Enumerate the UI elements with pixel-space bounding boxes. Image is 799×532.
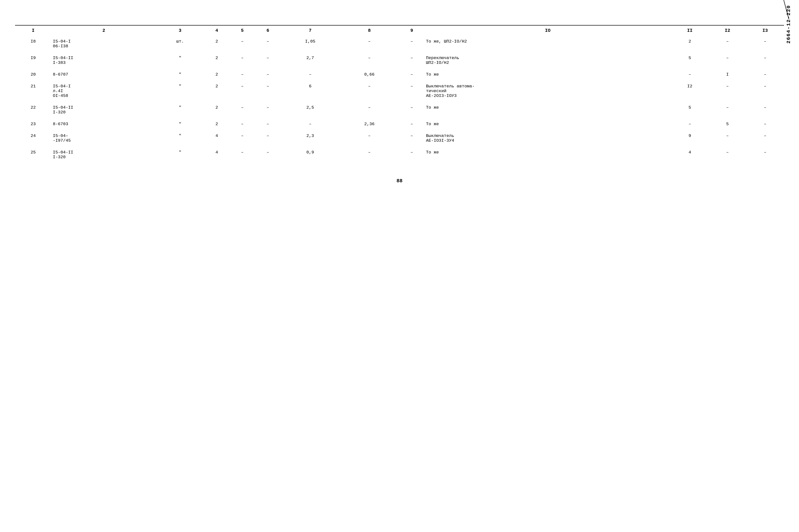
- table-header-row: I 2 3 4 5 6 7 8 9 IO II I2 I3: [15, 25, 784, 36]
- cell-2-7: 2,7: [280, 52, 340, 69]
- cell-7-7: 2,3: [280, 130, 340, 147]
- cell-1-11: 2: [671, 36, 709, 52]
- col-header-1: I: [15, 25, 51, 36]
- cell-1-3: шт.: [156, 36, 204, 52]
- cell-2-9: –: [399, 52, 425, 69]
- cell-3-9: –: [399, 69, 425, 80]
- cell-3-3: ": [156, 69, 204, 80]
- cell-8-3: ": [156, 147, 204, 163]
- cell-7-4: 4: [204, 130, 229, 147]
- cell-5-8: –: [340, 102, 399, 118]
- cell-8-6: –: [255, 147, 280, 163]
- cell-2-6: –: [255, 52, 280, 69]
- col-header-10: IO: [425, 25, 671, 36]
- col-header-11: II: [671, 25, 709, 36]
- cell-5-1: 22: [15, 102, 51, 118]
- cell-1-5: –: [229, 36, 255, 52]
- cell-6-10: То же: [425, 118, 671, 130]
- cell-7-8: –: [340, 130, 399, 147]
- col-header-4: 4: [204, 25, 229, 36]
- cell-6-2: 8-6703: [51, 118, 156, 130]
- cell-3-7: –: [280, 69, 340, 80]
- cell-4-5: –: [229, 80, 255, 102]
- cell-4-11: I2: [671, 80, 709, 102]
- cell-5-9: –: [399, 102, 425, 118]
- cell-1-4: 2: [204, 36, 229, 52]
- cell-2-11: 5: [671, 52, 709, 69]
- cell-7-1: 24: [15, 130, 51, 147]
- cell-5-2: I5-04-II I-320: [51, 102, 156, 118]
- cell-7-2: I5-04– -I97/45: [51, 130, 156, 147]
- col-header-5: 5: [229, 25, 255, 36]
- cell-6-8: 2,36: [340, 118, 399, 130]
- cell-6-6: –: [255, 118, 280, 130]
- cell-3-5: –: [229, 69, 255, 80]
- cell-7-13: –: [746, 130, 784, 147]
- cell-6-4: 2: [204, 118, 229, 130]
- cell-2-12: –: [709, 52, 746, 69]
- table-body: I8I5-04-I 06-I38шт.2––I,05––То же, ШП2-I…: [15, 36, 784, 163]
- table-row: I9I5-04-II I-383"2––2,7––Переключатель Ш…: [15, 52, 784, 69]
- col-header-2: 2: [51, 25, 156, 36]
- cell-6-1: 23: [15, 118, 51, 130]
- cell-5-12: –: [709, 102, 746, 118]
- cell-4-4: 2: [204, 80, 229, 102]
- cell-2-3: ": [156, 52, 204, 69]
- cell-7-6: –: [255, 130, 280, 147]
- cell-3-4: 2: [204, 69, 229, 80]
- cell-3-6: –: [255, 69, 280, 80]
- cell-1-12: –: [709, 36, 746, 52]
- cell-3-2: 8-6707: [51, 69, 156, 80]
- cell-4-2: I5-04-I л.4I OI-458: [51, 80, 156, 102]
- cell-1-8: –: [340, 36, 399, 52]
- cell-3-13: –: [746, 69, 784, 80]
- cell-2-8: –: [340, 52, 399, 69]
- cell-7-11: 9: [671, 130, 709, 147]
- cell-6-5: –: [229, 118, 255, 130]
- cell-2-5: –: [229, 52, 255, 69]
- cell-8-9: –: [399, 147, 425, 163]
- cell-8-13: –: [746, 147, 784, 163]
- cell-1-7: I,05: [280, 36, 340, 52]
- cell-2-2: I5-04-II I-383: [51, 52, 156, 69]
- cell-4-10: Выключатель автома- тический АЕ-2OI3-IOУ…: [425, 80, 671, 102]
- cell-4-8: –: [340, 80, 399, 102]
- table-row: 208-6707"2–––0,66–То же–I–: [15, 69, 784, 80]
- cell-8-11: 4: [671, 147, 709, 163]
- col-header-6: 6: [255, 25, 280, 36]
- cell-4-6: –: [255, 80, 280, 102]
- cell-8-4: 4: [204, 147, 229, 163]
- cell-5-7: 2,5: [280, 102, 340, 118]
- cell-4-7: 6: [280, 80, 340, 102]
- cell-5-6: –: [255, 102, 280, 118]
- col-header-12: I2: [709, 25, 746, 36]
- cell-5-10: То же: [425, 102, 671, 118]
- table-row: 25I5-04-II I-320"4––0,9––То же4––: [15, 147, 784, 163]
- cell-1-6: –: [255, 36, 280, 52]
- cell-3-1: 20: [15, 69, 51, 80]
- cell-3-10: То же: [425, 69, 671, 80]
- cell-6-12: 5: [709, 118, 746, 130]
- cell-6-7: –: [280, 118, 340, 130]
- cell-8-8: –: [340, 147, 399, 163]
- col-header-7: 7: [280, 25, 340, 36]
- cell-1-2: I5-04-I 06-I38: [51, 36, 156, 52]
- cell-6-13: –: [746, 118, 784, 130]
- cell-1-13: –: [746, 36, 784, 52]
- col-header-3: 3: [156, 25, 204, 36]
- cell-5-4: 2: [204, 102, 229, 118]
- cell-7-9: –: [399, 130, 425, 147]
- cell-8-1: 25: [15, 147, 51, 163]
- table-row: 22I5-04-II I-320"2––2,5––То же5––: [15, 102, 784, 118]
- cell-5-3: ": [156, 102, 204, 118]
- cell-6-3: ": [156, 118, 204, 130]
- cell-4-3: ": [156, 80, 204, 102]
- table-row: 21I5-04-I л.4I OI-458"2––6––Выключатель …: [15, 80, 784, 102]
- cell-5-5: –: [229, 102, 255, 118]
- cell-2-13: –: [746, 52, 784, 69]
- col-header-13: I3: [746, 25, 784, 36]
- cell-4-1: 21: [15, 80, 51, 102]
- cell-7-10: Выключатель АЕ-IO3I-3У4: [425, 130, 671, 147]
- page-bottom-number: 88: [15, 178, 784, 184]
- cell-8-5: –: [229, 147, 255, 163]
